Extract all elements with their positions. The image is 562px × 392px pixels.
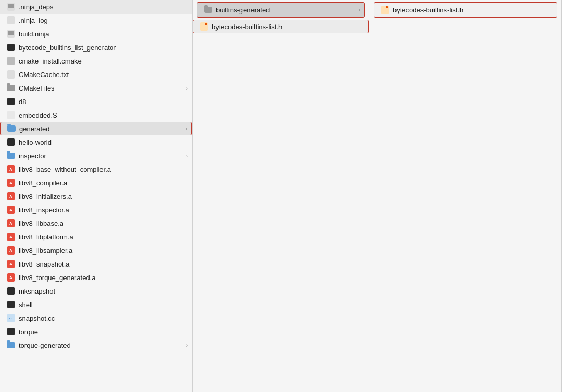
list-item[interactable]: embedded.S: [0, 108, 192, 122]
lib-icon: [6, 259, 16, 269]
item-label: torque: [19, 328, 38, 336]
item-label: libv8_libsampler.a: [19, 247, 72, 255]
item-label: CMakeFiles: [19, 84, 55, 92]
item-label: d8: [19, 98, 26, 106]
file-icon: [6, 137, 16, 147]
item-label: libv8_snapshot.a: [19, 260, 70, 268]
item-label: build.ninja: [19, 30, 49, 38]
chevron-right-icon: ›: [186, 153, 188, 159]
chevron-right-icon: ›: [186, 343, 188, 348]
chevron-right-icon: ›: [359, 7, 360, 13]
folder-icon: [6, 340, 16, 350]
item-label: generated: [19, 125, 50, 133]
file-icon: [6, 313, 16, 323]
item-label: .ninja_log: [19, 17, 48, 24]
item-label: CMakeCache.txt: [19, 71, 69, 79]
list-item[interactable]: libv8_initializers.a: [0, 189, 192, 203]
lib-icon: [6, 165, 16, 174]
file-icon: [6, 286, 16, 296]
file-column-2[interactable]: builtins-generated › bytecodes-builtins-…: [193, 0, 369, 392]
item-label: mksnapshot: [19, 287, 55, 295]
file-icon: [6, 110, 16, 120]
lib-icon: [6, 192, 16, 201]
item-label: .ninja_deps: [19, 3, 54, 11]
lib-icon: [6, 232, 16, 242]
list-item[interactable]: CMakeFiles ›: [0, 81, 192, 95]
list-item[interactable]: mksnapshot: [0, 284, 192, 298]
item-label: torque-generated: [19, 342, 71, 349]
lib-icon: [6, 273, 16, 282]
file-icon: [6, 16, 16, 25]
item-label: libv8_libplatform.a: [19, 233, 73, 241]
file-icon: [6, 56, 16, 66]
lib-icon: [6, 178, 16, 187]
item-label: libv8_libbase.a: [19, 220, 63, 227]
item-label: embedded.S: [19, 111, 57, 119]
file-icon: [6, 2, 16, 11]
item-label: bytecodes-builtins-list.h: [212, 23, 282, 31]
file-icon: [199, 22, 209, 31]
list-item[interactable]: libv8_libsampler.a: [0, 244, 192, 257]
item-label: hello-world: [19, 138, 52, 146]
folder-icon: [7, 124, 16, 133]
file-icon: [380, 5, 390, 15]
folder-icon: [203, 5, 213, 15]
file-icon: [6, 70, 16, 79]
col3-header-label: bytecodes-builtins-list.h: [393, 6, 463, 14]
list-item[interactable]: libv8_inspector.a: [0, 203, 192, 217]
list-item[interactable]: libv8_base_without_compiler.a: [0, 162, 192, 176]
item-label: cmake_install.cmake: [19, 57, 82, 65]
list-item[interactable]: hello-world: [0, 135, 192, 149]
list-item[interactable]: shell: [0, 298, 192, 311]
column-3-header: bytecodes-builtins-list.h: [374, 2, 557, 18]
list-item[interactable]: libv8_libplatform.a: [0, 230, 192, 244]
item-label: bytecode_builtins_list_generator: [19, 44, 116, 52]
file-icon: [6, 300, 16, 309]
list-item[interactable]: libv8_compiler.a: [0, 176, 192, 189]
item-label: libv8_initializers.a: [19, 193, 72, 200]
file-icon: [6, 43, 16, 52]
folder-icon: [6, 83, 16, 93]
list-item[interactable]: .ninja_log: [0, 14, 192, 27]
col2-header-label: builtins-generated: [216, 6, 270, 14]
file-icon: [6, 97, 16, 106]
column-2-header[interactable]: builtins-generated ›: [197, 2, 365, 18]
item-label: libv8_base_without_compiler.a: [19, 166, 111, 173]
list-item[interactable]: libv8_snapshot.a: [0, 257, 192, 271]
file-column-1[interactable]: .ninja_deps .ninja_log build.ninja bytec…: [0, 0, 193, 392]
list-item-inspector[interactable]: inspector ›: [0, 149, 192, 162]
item-label: snapshot.cc: [19, 314, 55, 322]
list-item[interactable]: libv8_torque_generated.a: [0, 271, 192, 284]
item-label: libv8_inspector.a: [19, 206, 69, 214]
file-icon: [6, 29, 16, 39]
lib-icon: [6, 205, 16, 214]
file-icon: [6, 327, 16, 336]
list-item[interactable]: CMakeCache.txt: [0, 68, 192, 81]
list-item-generated[interactable]: generated ›: [0, 122, 192, 135]
chevron-right-icon: ›: [186, 85, 188, 91]
item-label: inspector: [19, 152, 46, 160]
list-item[interactable]: torque: [0, 325, 192, 338]
folder-icon: [6, 151, 16, 160]
list-item[interactable]: .ninja_deps: [0, 0, 192, 14]
list-item[interactable]: build.ninja: [0, 27, 192, 41]
chevron-right-icon: ›: [186, 126, 187, 132]
item-label: libv8_torque_generated.a: [19, 274, 95, 282]
item-label: libv8_compiler.a: [19, 179, 67, 187]
item-label: shell: [19, 301, 33, 309]
list-item[interactable]: cmake_install.cmake: [0, 54, 192, 68]
lib-icon: [6, 246, 16, 255]
list-item[interactable]: libv8_libbase.a: [0, 217, 192, 230]
lib-icon: [6, 219, 16, 228]
file-column-3: bytecodes-builtins-list.h: [369, 0, 562, 392]
list-item[interactable]: bytecode_builtins_list_generator: [0, 41, 192, 54]
list-item-torque-generated[interactable]: torque-generated ›: [0, 338, 192, 352]
list-item[interactable]: snapshot.cc: [0, 311, 192, 325]
list-item[interactable]: d8: [0, 95, 192, 108]
list-item-bytecodes[interactable]: bytecodes-builtins-list.h: [193, 20, 369, 33]
